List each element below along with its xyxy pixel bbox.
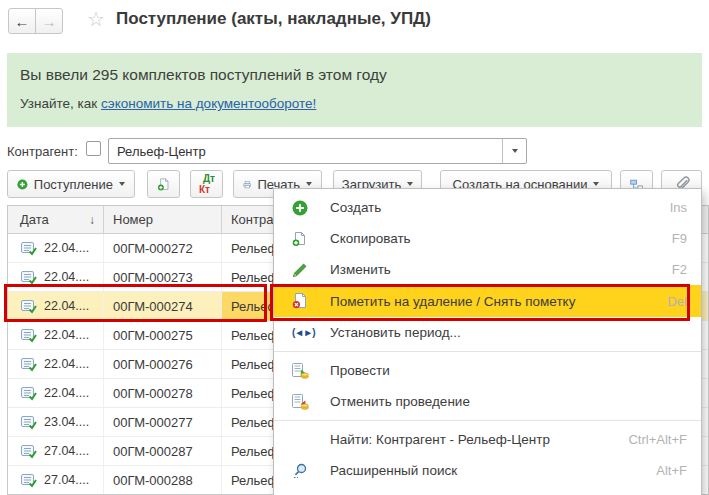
copy-document-icon: [292, 231, 318, 247]
chevron-down-icon: [119, 182, 125, 186]
copy-document-icon: [157, 176, 170, 193]
app-window: ← → ☆ Поступление (акты, накладные, УПД)…: [0, 0, 709, 495]
menu-separator: [274, 420, 701, 421]
column-header-date[interactable]: Дата↓: [8, 206, 104, 233]
posted-document-icon: [21, 241, 37, 256]
add-circle-icon: [17, 177, 28, 192]
sort-desc-icon: ↓: [89, 213, 95, 227]
edo-savings-link[interactable]: сэкономить на документообороте!: [101, 96, 316, 111]
set-period-icon: (◄►): [292, 327, 318, 338]
context-menu: Создать Ins Скопировать F9 Изменить F2 П…: [273, 188, 702, 495]
page-title: Поступление (акты, накладные, УПД): [116, 9, 431, 29]
counterparty-checkbox[interactable]: [86, 141, 101, 156]
counterparty-dropdown-button[interactable]: [502, 139, 526, 163]
back-button[interactable]: ←: [8, 8, 36, 34]
banner-message: Вы ввели 295 комплектов поступлений в эт…: [20, 66, 387, 84]
banner-subtext: Узнайте, как сэкономить на документообор…: [20, 96, 316, 111]
forward-arrow-icon: →: [42, 13, 57, 30]
forward-button[interactable]: →: [35, 8, 63, 34]
posted-document-icon: [21, 415, 37, 430]
menu-item-edit[interactable]: Изменить F2: [274, 254, 701, 285]
new-receipt-button[interactable]: Поступление: [7, 170, 135, 198]
undo-post-icon: [292, 394, 318, 410]
chevron-down-icon: [407, 182, 413, 186]
counterparty-field[interactable]: [108, 138, 527, 164]
posted-document-icon: [21, 386, 37, 401]
favorite-star-icon[interactable]: ☆: [87, 9, 105, 29]
add-circle-icon: [292, 200, 318, 216]
menu-item-post[interactable]: Провести: [274, 355, 701, 386]
posted-document-icon: [21, 357, 37, 372]
menu-item-undo-post[interactable]: Отменить проведение: [274, 386, 701, 417]
info-banner: Вы ввели 295 комплектов поступлений в эт…: [7, 53, 702, 127]
printer-icon: [243, 177, 251, 192]
chevron-down-icon: [512, 149, 518, 153]
menu-item-set-period[interactable]: (◄►) Установить период...: [274, 317, 701, 348]
posted-document-icon: [21, 328, 37, 343]
edit-pencil-icon: [292, 262, 318, 278]
posted-document-icon: [21, 270, 37, 285]
column-header-number[interactable]: Номер: [104, 206, 222, 233]
mark-deletion-icon: [292, 293, 318, 309]
show-postings-button[interactable]: Дт Кт: [190, 170, 223, 198]
menu-item-copy[interactable]: Скопировать F9: [274, 223, 701, 254]
back-arrow-icon: ←: [15, 13, 30, 30]
menu-item-create[interactable]: Создать Ins: [274, 192, 701, 223]
posted-document-icon: [21, 473, 37, 488]
menu-separator: [274, 351, 701, 352]
post-document-icon: [292, 363, 318, 379]
copy-document-button[interactable]: [147, 170, 180, 198]
advanced-search-icon: [292, 463, 318, 479]
counterparty-input[interactable]: [109, 139, 507, 163]
dt-kt-icon: Дт Кт: [200, 171, 213, 197]
chevron-down-icon: [593, 182, 599, 186]
counterparty-label: Контрагент:: [7, 144, 78, 159]
menu-item-advanced-search[interactable]: Расширенный поиск Alt+F: [274, 455, 701, 486]
menu-item-mark-deletion[interactable]: Пометить на удаление / Снять пометку Del: [274, 285, 701, 317]
posted-document-icon: [21, 299, 37, 314]
menu-item-find-counterparty[interactable]: Найти: Контрагент - Рельеф-Центр Ctrl+Al…: [274, 424, 701, 455]
chevron-down-icon: [306, 182, 312, 186]
posted-document-icon: [21, 444, 37, 459]
